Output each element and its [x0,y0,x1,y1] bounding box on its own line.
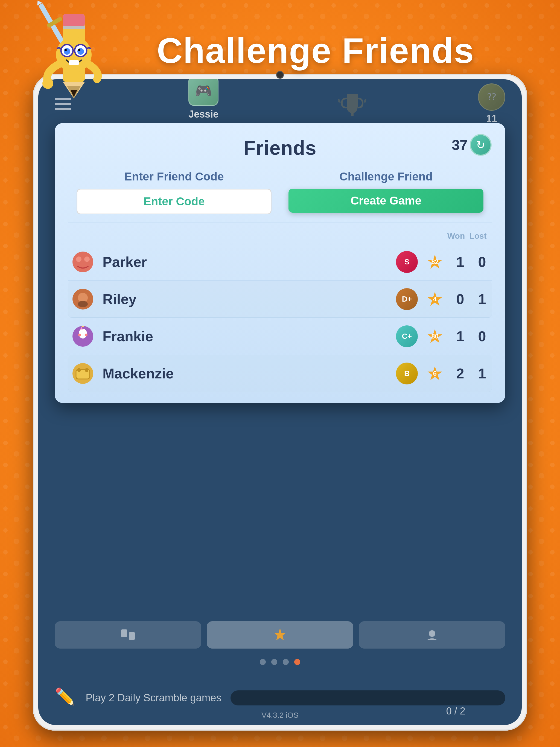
svg-point-15 [65,49,67,51]
modal-title: Friends [244,137,316,159]
center-badge [336,92,368,116]
friend-name: Mackenzie [103,365,396,382]
svg-rect-37 [121,629,127,637]
svg-point-13 [64,48,70,55]
svg-point-25 [84,256,90,262]
won-header: Won [445,231,467,241]
won-value: 1 [453,254,467,270]
friends-modal: Friends 37 ↻ Enter Friend Code Enter Cod… [55,123,505,403]
svg-rect-4 [63,14,85,27]
pagination-dots [260,659,300,665]
star-badge: ★ 80 [423,325,447,348]
friend-avatar [71,250,94,274]
won-lost: 0 1 [453,291,489,307]
friend-name: Parker [103,254,396,270]
dot-3[interactable] [283,659,289,665]
tablet-camera [276,71,284,79]
user-avatar: 🎮 [188,79,219,106]
won-value: 2 [453,365,467,382]
friend-row[interactable]: Mackenzie B ★ 6 2 1 [68,355,492,392]
friend-name: Riley [103,291,396,307]
tab-center[interactable] [207,621,353,649]
bottom-progress-area: ✏️ Play 2 Daily Scramble games 0 / 2 [55,687,505,709]
svg-rect-19 [69,60,79,65]
rank-badge: S [396,251,418,273]
svg-rect-38 [129,632,135,640]
friends-count-badge: 37 ↻ [452,134,492,156]
coin-count: 11 [486,113,497,124]
rank-badge: C+ [396,325,418,347]
star-badge: ★ 4 [423,287,447,311]
tablet-device: 🎮 Jessie ▶ ⭐ 50 B+ [33,74,527,730]
friends-list-header: Won Lost [68,231,492,243]
coin-icon: ⁇ [478,83,505,111]
friend-row[interactable]: Parker S ★ 82 1 0 [68,243,492,281]
challenge-label: Challenge Friend [339,170,433,183]
challenge-col: Challenge Friend Create Game [280,170,492,214]
dot-2[interactable] [271,659,277,665]
lost-value: 1 [475,365,489,382]
svg-point-32 [85,334,87,336]
svg-rect-22 [348,115,357,116]
svg-point-40 [429,630,435,637]
won-value: 0 [453,291,467,307]
friends-list: Parker S ★ 82 1 0 Riley [68,243,492,392]
tab-left[interactable] [55,621,201,649]
tab-right[interactable] [359,621,505,649]
page-title: Challenge Friends [157,30,475,71]
star-badge: ★ 82 [423,250,447,274]
progress-bar: 0 / 2 [230,690,505,705]
svg-rect-36 [85,368,88,372]
friend-avatar [71,287,94,311]
won-lost: 2 1 [453,365,489,382]
svg-point-23 [73,252,93,272]
svg-rect-28 [78,301,88,307]
action-row: Enter Friend Code Enter Code Challenge F… [68,170,492,223]
friends-count: 37 [452,137,467,153]
dot-4-active[interactable] [294,659,300,665]
svg-point-27 [78,293,88,303]
friend-row[interactable]: Frankie C+ ★ 80 1 0 [68,318,492,355]
progress-label: Play 2 Daily Scramble games [85,692,222,704]
username: Jessie [188,108,219,120]
friend-row[interactable]: Riley D+ ★ 4 0 1 [68,281,492,318]
svg-point-16 [78,49,80,51]
svg-marker-39 [274,628,286,640]
lost-value: 1 [475,291,489,307]
progress-pencil-icon: ✏️ [55,687,77,709]
friend-avatar [71,325,94,348]
dot-1[interactable] [260,659,266,665]
create-game-button[interactable]: Create Game [288,189,483,213]
modal-header: Friends 37 ↻ [68,137,492,159]
star-badge: ★ 6 [423,362,447,385]
friend-name: Frankie [103,328,396,344]
bottom-tabs [55,621,505,649]
svg-rect-35 [77,368,81,372]
enter-code-col: Enter Friend Code Enter Code [68,170,280,214]
lost-value: 0 [475,328,489,344]
rank-badge: D+ [396,288,418,310]
tablet-screen: 🎮 Jessie ▶ ⭐ 50 B+ [38,79,522,725]
svg-point-24 [76,256,81,262]
won-lost: 1 0 [453,328,489,344]
lost-header: Lost [467,231,489,241]
svg-point-14 [77,48,84,55]
version-text: V4.3.2 iOS [261,711,298,720]
won-value: 1 [453,328,467,344]
rank-badge: B [396,363,418,384]
svg-point-31 [78,334,81,336]
pencil-character [22,0,126,104]
won-lost: 1 0 [453,254,489,270]
coin-area: ⁇ 11 [478,83,505,124]
svg-rect-5 [63,26,85,29]
svg-point-20 [42,78,53,89]
enter-code-label: Enter Friend Code [124,170,224,183]
friend-avatar [71,362,94,385]
refresh-button[interactable]: ↻ [470,134,492,156]
lost-value: 0 [475,254,489,270]
enter-code-button[interactable]: Enter Code [77,189,272,214]
svg-point-30 [79,329,87,338]
